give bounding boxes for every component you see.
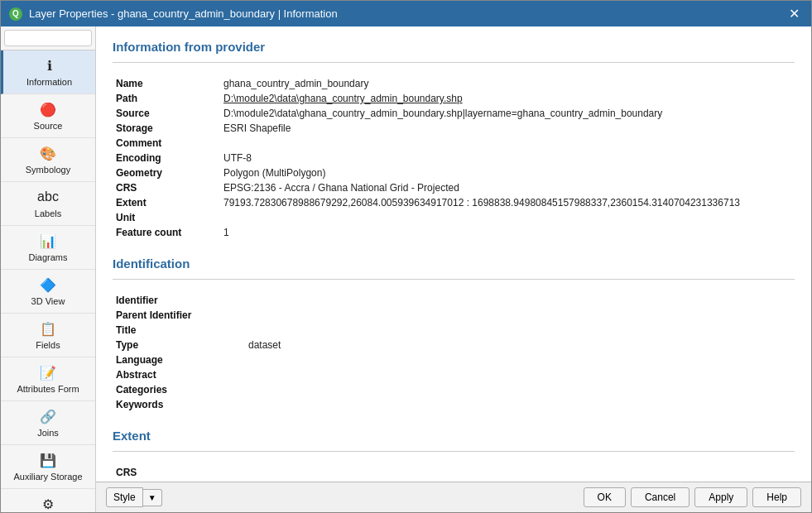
close-button[interactable]: ✕ (786, 6, 803, 22)
sidebar-item-joins[interactable]: 🔗 Joins (1, 401, 95, 445)
sidebar-item-information[interactable]: ℹ Information (1, 50, 95, 94)
identification-divider (113, 279, 795, 280)
sidebar-item-label-labels: Labels (35, 209, 61, 218)
extent-section: Extent CRSSpatial ExtentTemporal Extent (113, 429, 795, 482)
sidebar-item-3dview[interactable]: 🔷 3D View (1, 270, 95, 314)
cancel-button[interactable]: Cancel (631, 487, 689, 507)
actions-icon: ⚙ (40, 496, 56, 512)
field-value (220, 210, 795, 225)
extent-divider (113, 451, 795, 452)
sidebar-item-label-information: Information (26, 77, 72, 87)
content-scroll: Information from provider Nameghana_coun… (96, 26, 811, 482)
field-label: Extent (113, 195, 220, 210)
joins-icon: 🔗 (40, 408, 56, 424)
field-value: 1 (220, 225, 795, 240)
field-value: D:\module2\data\ghana_country_admin_boun… (220, 106, 795, 121)
table-row: Extent79193.72830678988679292,26084.0059… (113, 195, 795, 210)
table-row: Comment (113, 136, 795, 151)
attributes-form-icon: 📝 (40, 364, 56, 381)
identification-table: IdentifierParent IdentifierTitleTypedata… (113, 293, 795, 412)
sidebar-item-diagrams[interactable]: 📊 Diagrams (1, 226, 95, 270)
ok-button[interactable]: OK (584, 487, 626, 507)
field-value (245, 308, 795, 323)
identification-section: Identification IdentifierParent Identifi… (113, 256, 795, 412)
field-label: Abstract (113, 367, 245, 382)
information-from-provider-section: Information from provider Nameghana_coun… (113, 40, 795, 240)
table-row: Feature count1 (113, 225, 795, 240)
field-value: dataset (245, 338, 795, 352)
field-value (245, 397, 795, 412)
table-row: Unit (113, 210, 795, 225)
table-row: Nameghana_country_admin_boundary (113, 76, 795, 91)
field-label: Storage (113, 121, 220, 136)
field-value (245, 367, 795, 382)
information-icon: ℹ (41, 57, 58, 74)
sidebar-item-labels[interactable]: abc Labels (1, 182, 95, 226)
sidebar-item-symbology[interactable]: 🎨 Symbology (1, 138, 95, 182)
field-value (245, 293, 795, 308)
sidebar-item-attributes-form[interactable]: 📝 Attributes Form (1, 357, 95, 401)
labels-icon: abc (40, 189, 56, 205)
sidebar-item-auxiliary-storage[interactable]: 💾 Auxiliary Storage (1, 445, 95, 489)
source-icon: 🔴 (40, 101, 56, 117)
diagrams-icon: 📊 (40, 233, 56, 249)
layer-properties-window: Q Layer Properties - ghana_country_admin… (0, 0, 812, 513)
sidebar-item-label-diagrams: Diagrams (28, 252, 67, 262)
field-label: Identifier (113, 293, 245, 308)
style-button[interactable]: Style (106, 487, 143, 507)
title-bar: Q Layer Properties - ghana_country_admin… (1, 1, 811, 26)
field-value: ghana_country_admin_boundary (220, 76, 795, 91)
title-bar-left: Q Layer Properties - ghana_country_admin… (9, 7, 338, 21)
table-row: CRSEPSG:2136 - Accra / Ghana National Gr… (113, 180, 795, 195)
field-label: CRS (113, 465, 245, 480)
sidebar-item-source[interactable]: 🔴 Source (1, 94, 95, 138)
field-label: Geometry (113, 165, 220, 180)
info-table: Nameghana_country_admin_boundaryPathD:\m… (113, 76, 795, 240)
style-dropdown-arrow[interactable]: ▼ (143, 489, 162, 506)
sidebar-item-label-attributes-form: Attributes Form (17, 384, 79, 394)
field-label: CRS (113, 180, 220, 195)
table-row: Identifier (113, 293, 795, 308)
table-row: Parent Identifier (113, 308, 795, 323)
field-value (245, 465, 795, 480)
field-label: Feature count (113, 225, 220, 240)
sidebar-item-label-joins: Joins (37, 428, 59, 438)
field-label: Categories (113, 382, 245, 397)
sidebar-item-label-3dview: 3D View (31, 296, 65, 306)
field-label: Unit (113, 210, 220, 225)
table-row: Categories (113, 382, 795, 397)
fields-icon: 📋 (40, 320, 56, 337)
3dview-icon: 🔷 (40, 276, 56, 293)
field-label: Path (113, 91, 220, 106)
table-row: Abstract (113, 367, 795, 382)
table-row: Title (113, 323, 795, 338)
footer-right: OK Cancel Apply Help (584, 487, 801, 507)
field-value (245, 352, 795, 367)
table-row: GeometryPolygon (MultiPolygon) (113, 165, 795, 180)
field-value: 79193.72830678988679292,26084.0059396349… (220, 195, 795, 210)
app-icon: Q (9, 7, 22, 21)
field-label: Type (113, 338, 245, 352)
search-bar (1, 26, 95, 50)
search-input[interactable] (4, 30, 92, 46)
extent-section-title: Extent (113, 429, 795, 443)
table-row: SourceD:\module2\data\ghana_country_admi… (113, 106, 795, 121)
sidebar-item-label-source: Source (34, 121, 63, 131)
field-label: Parent Identifier (113, 308, 245, 323)
info-divider (113, 62, 795, 63)
window-title: Layer Properties - ghana_country_admin_b… (29, 7, 338, 20)
sidebar-item-fields[interactable]: 📋 Fields (1, 314, 95, 357)
table-row: Keywords (113, 397, 795, 412)
field-label: Keywords (113, 397, 245, 412)
style-dropdown-group: Style ▼ (106, 487, 162, 507)
field-value (220, 136, 795, 151)
apply-button[interactable]: Apply (694, 487, 747, 507)
help-button[interactable]: Help (752, 487, 801, 507)
field-value (245, 323, 795, 338)
field-value: Polygon (MultiPolygon) (220, 165, 795, 180)
field-label: Name (113, 76, 220, 91)
field-value: ESRI Shapefile (220, 121, 795, 136)
table-row: EncodingUTF-8 (113, 151, 795, 165)
sidebar-item-actions[interactable]: ⚙ Actions (1, 489, 95, 512)
field-value[interactable]: D:\module2\data\ghana_country_admin_boun… (220, 91, 795, 106)
